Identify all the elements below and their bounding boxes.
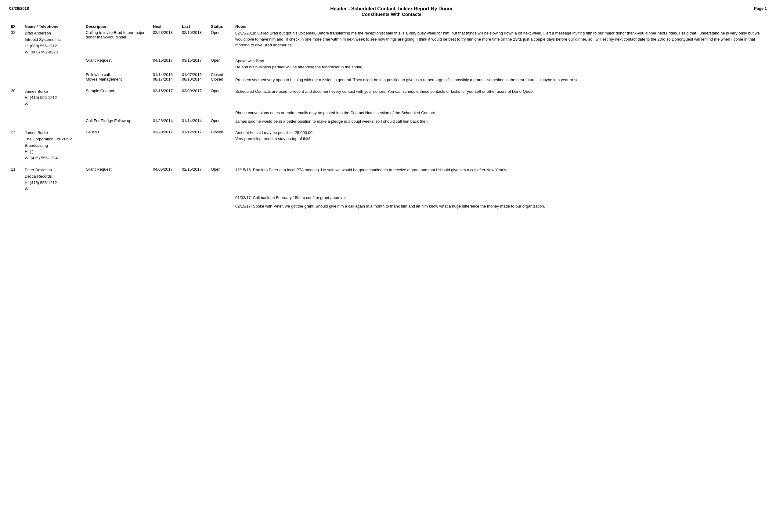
contact-status <box>209 195 233 201</box>
contact-spacer <box>9 192 767 195</box>
donor-separator <box>9 124 767 130</box>
donor-name <box>23 77 84 83</box>
donor-id: 20 <box>9 88 23 108</box>
donor-id: 27 <box>9 130 23 161</box>
col-id: ID <box>9 23 23 30</box>
contact-last: 08/10/2014 <box>180 77 209 83</box>
donor-name: James BurkeThe Corporation For Public Br… <box>23 130 84 161</box>
contact-last <box>180 195 209 201</box>
contact-status <box>209 110 233 116</box>
col-description: Description <box>84 23 151 30</box>
contact-description: Grant Request <box>84 167 151 192</box>
donor-name: James BurkeH: (415) 555-1212W: <box>23 88 84 108</box>
report-date: 02/26/2018 <box>9 6 29 11</box>
contact-next <box>151 203 180 209</box>
contact-last <box>180 203 209 209</box>
contact-description: GRANT <box>84 130 151 161</box>
contact-next: 01/14/2015 <box>151 72 180 77</box>
donor-name <box>23 110 84 116</box>
contact-row: 11Peter DavidsonDecca RecordsH: (415) 55… <box>9 167 767 192</box>
contact-status: Open <box>209 88 233 108</box>
contact-status: Open <box>209 119 233 125</box>
report-title-main: Header - Scheduled Contact Tickler Repor… <box>29 6 754 12</box>
contact-next: 04/15/2017 <box>151 58 180 70</box>
contact-status: Open <box>209 30 233 56</box>
report-body: 32Brad AndersonIntrepid Systems Inc.H: (… <box>9 30 767 209</box>
donor-name <box>23 195 84 201</box>
donor-id <box>9 203 23 209</box>
contact-row: Call For Pledge Follow-up01/28/201401/14… <box>9 119 767 125</box>
contact-last: 01/12/2017 <box>180 130 209 161</box>
contact-last: 03/09/2017 <box>180 88 209 108</box>
donor-name: Brad AndersonIntrepid Systems Inc.H: (80… <box>23 30 84 56</box>
contact-notes: Spoke with Brad.He and his business part… <box>233 58 767 70</box>
donor-name: Peter DavidsonDecca RecordsH: (415) 555-… <box>23 167 84 192</box>
donor-separator <box>9 83 767 88</box>
donor-name <box>23 72 84 77</box>
donor-id <box>9 110 23 116</box>
contact-status: Open <box>209 167 233 192</box>
contact-last: 02/15/2017 <box>180 167 209 192</box>
contact-notes <box>233 72 767 77</box>
contact-status: Open <box>209 58 233 70</box>
donor-id <box>9 72 23 77</box>
contact-next <box>151 110 180 116</box>
contact-description: Moves Management <box>84 77 151 83</box>
contact-notes: James said he would be in a better posit… <box>233 119 767 125</box>
contact-row: Follow up call01/14/201501/07/2015Closed <box>9 72 767 77</box>
contact-spacer <box>9 70 767 72</box>
contact-row: Grant Request04/15/201703/15/2017OpenSpo… <box>9 58 767 70</box>
contact-next: 04/06/2017 <box>151 167 180 192</box>
contact-row: Moves Management08/17/201408/10/2014Clos… <box>9 77 767 83</box>
donor-id: 11 <box>9 167 23 192</box>
contact-status: Closed <box>209 72 233 77</box>
col-name: Name / Telephone <box>23 23 84 30</box>
contact-description: Follow up call <box>84 72 151 77</box>
contact-spacer <box>9 108 767 110</box>
contact-description <box>84 110 151 116</box>
column-headers: ID Name / Telephone Description Next Las… <box>9 23 767 30</box>
report-table: ID Name / Telephone Description Next Las… <box>9 23 767 209</box>
contact-next <box>151 195 180 201</box>
report-title-sub: Constituents With Contacts <box>29 12 754 17</box>
donor-id <box>9 119 23 125</box>
contact-row: 02/15/17: Spoke with Peter, we got the g… <box>9 203 767 209</box>
donor-name <box>23 58 84 70</box>
donor-name <box>23 119 84 125</box>
donor-id: 32 <box>9 30 23 56</box>
contact-description: Calling to invite Brad to our major dono… <box>84 30 151 56</box>
donor-separator <box>9 161 767 167</box>
contact-status: Closed <box>209 130 233 161</box>
contact-last: 01/07/2015 <box>180 72 209 77</box>
donor-name <box>23 203 84 209</box>
contact-row: 27James BurkeThe Corporation For Public … <box>9 130 767 161</box>
contact-notes: 01/02/17: Call back on February 15th to … <box>233 195 767 201</box>
contact-notes: Prospect seemed very open to helping wit… <box>233 77 767 83</box>
contact-notes: Amount he said may be possible: 25,000.0… <box>233 130 767 161</box>
contact-status: Closed <box>209 77 233 83</box>
contact-spacer <box>9 55 767 58</box>
contact-spacer <box>9 116 767 119</box>
page-number: Page 1 <box>754 6 767 11</box>
donor-id <box>9 77 23 83</box>
contact-notes: 12/15/16: Ran into Peter at a local PTA … <box>233 167 767 192</box>
contact-last <box>180 110 209 116</box>
contact-next: 03/29/2017 <box>151 130 180 161</box>
contact-spacer <box>9 201 767 203</box>
page-header: 02/26/2018 Header - Scheduled Contact Ti… <box>9 6 767 17</box>
contact-next: 08/17/2014 <box>151 77 180 83</box>
contact-row: 20James BurkeH: (415) 555-1212W:Sample C… <box>9 88 767 108</box>
contact-row: 32Brad AndersonIntrepid Systems Inc.H: (… <box>9 30 767 56</box>
contact-description: Grant Request <box>84 58 151 70</box>
contact-next: 03/16/2017 <box>151 88 180 108</box>
contact-next: 02/23/2018 <box>151 30 180 56</box>
col-last: Last <box>180 23 209 30</box>
contact-description: Call For Pledge Follow-up <box>84 119 151 125</box>
contact-notes: Phone conversions notes or entire emails… <box>233 110 767 116</box>
contact-status <box>209 203 233 209</box>
contact-last: 01/14/2014 <box>180 119 209 125</box>
donor-id <box>9 58 23 70</box>
col-status: Status <box>209 23 233 30</box>
contact-last: 02/15/2018 <box>180 30 209 56</box>
contact-row: Phone conversions notes or entire emails… <box>9 110 767 116</box>
